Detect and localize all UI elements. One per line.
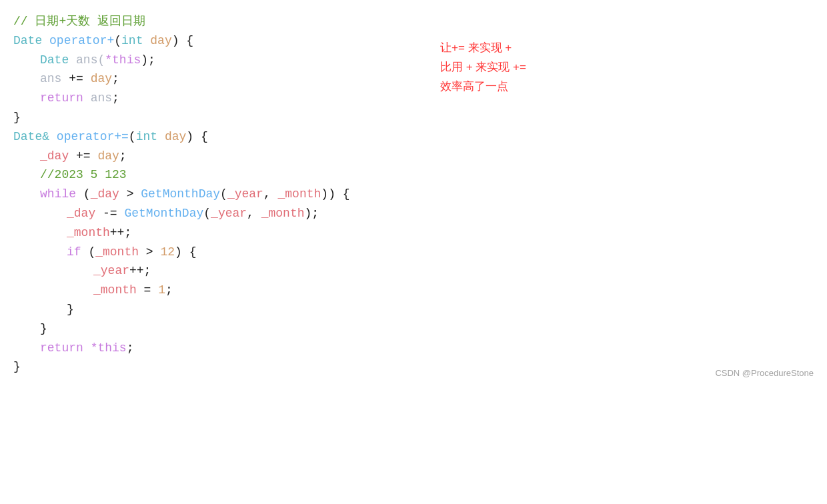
code-line-18: return *this ;: [13, 339, 814, 358]
code-line-9: //2023 5 123: [13, 165, 814, 185]
var-ans: ans(: [76, 51, 105, 70]
comment-1: // 日期+天数 返回日期: [13, 12, 145, 31]
annotation-line3: 效率高了一点: [440, 77, 526, 97]
kw-while: while: [40, 185, 76, 204]
kw-return-1: return: [40, 89, 83, 108]
type-date-ref: Date&: [13, 127, 49, 147]
code-container: // 日期+天数 返回日期 Date operator+ ( int day )…: [0, 0, 827, 389]
var-ans-2: ans: [40, 69, 69, 89]
member-month-1: _month: [278, 185, 321, 204]
code-line-6: }: [13, 108, 814, 127]
watermark: CSDN @ProcedureStone: [715, 367, 814, 381]
param-day-2: day: [91, 69, 112, 89]
code-line-15: _month = 1 ;: [13, 281, 814, 300]
kw-if: if: [67, 243, 81, 262]
type-date-1: Date: [13, 31, 42, 51]
code-line-4: ans += day ;: [13, 69, 814, 89]
func-getmonthday-2: GetMonthDay: [124, 204, 203, 223]
code-line-7: Date& operator+= ( int day ) {: [13, 127, 814, 147]
code-line-17: }: [13, 319, 814, 339]
num-1: 1: [158, 281, 165, 300]
func-op-pluseq: operator+=: [57, 127, 129, 147]
code-line-19: }: [13, 357, 814, 377]
type-int-2: int: [136, 127, 157, 147]
annotation-line1: 让+= 来实现 +: [440, 39, 526, 58]
code-line-13: if ( _month > 12 ) {: [13, 243, 814, 262]
member-month-4: _month: [95, 243, 139, 262]
type-int-1: int: [121, 31, 143, 51]
comment-2: //2023 5 123: [40, 165, 127, 185]
member-year-1: _year: [227, 185, 263, 204]
param-day-4: day: [97, 147, 119, 166]
kw-this-1: *this: [105, 51, 141, 70]
code-line-5: return ans ;: [13, 89, 814, 108]
num-12: 12: [160, 243, 175, 262]
member-year-3: _year: [93, 261, 129, 281]
param-day-3: day: [165, 127, 186, 147]
member-month-5: _month: [93, 281, 137, 300]
code-line-14: _year ++;: [13, 261, 814, 281]
type-date-2: Date: [40, 51, 69, 70]
code-line-8: _day += day ;: [13, 147, 814, 166]
func-getmonthday-1: GetMonthDay: [141, 185, 220, 204]
code-line-1: // 日期+天数 返回日期: [13, 12, 814, 31]
kw-this-2: *this: [91, 339, 127, 358]
code-line-2: Date operator+ ( int day ) {: [13, 31, 814, 51]
func-op-plus: operator+: [49, 31, 114, 51]
annotation-box: 让+= 来实现 + 比用 + 来实现 += 效率高了一点: [440, 39, 526, 97]
kw-return-2: return: [40, 339, 83, 358]
code-line-16: }: [13, 300, 814, 319]
member-day-1: _day: [40, 147, 69, 166]
code-line-10: while ( _day > GetMonthDay ( _year , _mo…: [13, 185, 814, 204]
member-day-2: _day: [91, 185, 119, 204]
member-month-3: _month: [67, 223, 110, 243]
annotation-line2: 比用 + 来实现 +=: [440, 58, 526, 77]
member-month-2: _month: [261, 204, 305, 223]
code-line-12: _month ++;: [13, 223, 814, 243]
param-day-1: day: [150, 31, 171, 51]
var-ans-3: ans: [91, 89, 112, 108]
member-day-3: _day: [67, 204, 95, 223]
code-line-3: Date ans( *this );: [13, 51, 814, 70]
code-line-11: _day -= GetMonthDay ( _year , _month );: [13, 204, 814, 223]
member-year-2: _year: [211, 204, 247, 223]
